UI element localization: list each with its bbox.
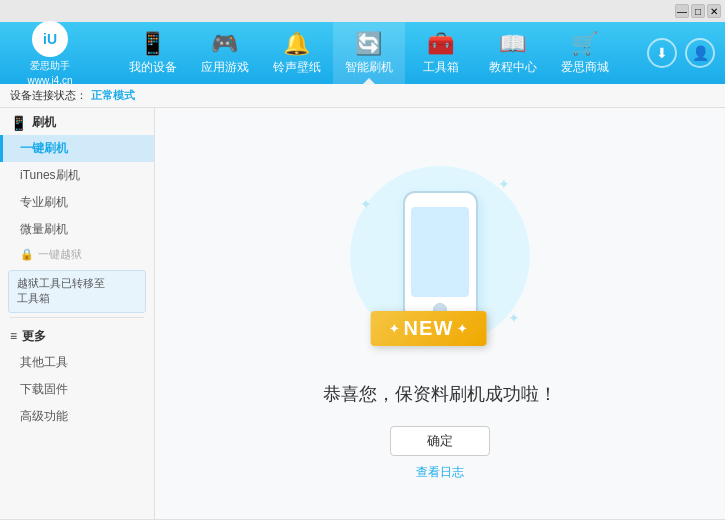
nav-my-device-label: 我的设备 [129,59,177,76]
nav-shop[interactable]: 🛒 爱思商城 [549,22,621,84]
nav-toolbox-label: 工具箱 [423,59,459,76]
nav-shop-icon: 🛒 [571,31,598,57]
sidebar-section-more-label: 更多 [22,328,46,345]
nav-ringtones-icon: 🔔 [283,31,310,57]
nav-my-device-icon: 📱 [139,31,166,57]
nav-tutorial-label: 教程中心 [489,59,537,76]
nav-bar: 📱 我的设备 🎮 应用游戏 🔔 铃声壁纸 🔄 智能刷机 🧰 工具箱 📖 教程中心… [90,22,647,84]
sidebar-divider [10,317,144,318]
nav-ringtones-label: 铃声壁纸 [273,59,321,76]
sparkle-1: ✦ [498,176,510,192]
success-text: 恭喜您，保资料刷机成功啦！ [323,382,557,406]
sidebar: 📱 刷机 一键刷机 iTunes刷机 专业刷机 微量刷机 🔒 一键越狱 越狱工具… [0,108,155,519]
jailbreak-label: 一键越狱 [38,247,82,262]
daily-log-link[interactable]: 查看日志 [416,464,464,481]
content-area: ✦ ✦ ✦ NEW 恭喜您，保资料刷机成功啦！ 确定 查看日志 [155,108,725,519]
nav-apps-icon: 🎮 [211,31,238,57]
close-btn[interactable]: ✕ [707,4,721,18]
sidebar-item-advanced[interactable]: 高级功能 [0,403,154,430]
nav-tutorial-icon: 📖 [499,31,526,57]
nav-apps-games[interactable]: 🎮 应用游戏 [189,22,261,84]
sparkle-2: ✦ [360,196,372,212]
more-section-icon: ≡ [10,329,17,343]
nav-smart-flash[interactable]: 🔄 智能刷机 [333,22,405,84]
sparkle-3: ✦ [508,310,520,326]
status-value: 正常模式 [91,88,135,103]
user-btn[interactable]: 👤 [685,38,715,68]
sidebar-section-more: ≡ 更多 [0,322,154,349]
nav-my-device[interactable]: 📱 我的设备 [117,22,189,84]
nav-toolbox-icon: 🧰 [427,31,454,57]
sidebar-item-pro-flash[interactable]: 专业刷机 [0,189,154,216]
lock-icon: 🔒 [20,248,34,261]
sidebar-section-flash-label: 刷机 [32,114,56,131]
sidebar-item-jailbreak: 🔒 一键越狱 [0,243,154,266]
minimize-btn[interactable]: — [675,4,689,18]
logo-url: www.i4.cn [27,75,72,86]
nav-apps-label: 应用游戏 [201,59,249,76]
sidebar-item-one-key-flash[interactable]: 一键刷机 [0,135,154,162]
new-badge: NEW [371,311,487,346]
nav-right-actions: ⬇ 👤 [647,38,715,68]
sidebar-item-download-firmware[interactable]: 下载固件 [0,376,154,403]
logo-title: 爱思助手 [30,59,70,73]
logo-icon: iU [32,21,68,57]
sidebar-item-itunes-flash[interactable]: iTunes刷机 [0,162,154,189]
nav-toolbox[interactable]: 🧰 工具箱 [405,22,477,84]
confirm-button[interactable]: 确定 [390,426,490,456]
status-label: 设备连接状态： [10,88,87,103]
nav-shop-label: 爱思商城 [561,59,609,76]
nav-smart-flash-label: 智能刷机 [345,59,393,76]
sidebar-notice: 越狱工具已转移至工具箱 [8,270,146,313]
sidebar-section-flash: 📱 刷机 [0,108,154,135]
nav-ringtones[interactable]: 🔔 铃声壁纸 [261,22,333,84]
device-bar: 自动激活 跳过向导 📱 iPhone 12 mini 64GB Down-12m… [0,519,725,523]
title-bar: — □ ✕ [0,0,725,22]
maximize-btn[interactable]: □ [691,4,705,18]
phone-illustration: ✦ ✦ ✦ NEW [340,146,540,366]
sidebar-item-micro-flash[interactable]: 微量刷机 [0,216,154,243]
sidebar-item-other-tools[interactable]: 其他工具 [0,349,154,376]
phone-screen [411,207,469,297]
logo[interactable]: iU 爱思助手 www.i4.cn [10,21,90,86]
nav-smart-flash-icon: 🔄 [355,31,382,57]
flash-section-icon: 📱 [10,115,27,131]
download-btn[interactable]: ⬇ [647,38,677,68]
nav-tutorial[interactable]: 📖 教程中心 [477,22,549,84]
main-wrapper: 📱 刷机 一键刷机 iTunes刷机 专业刷机 微量刷机 🔒 一键越狱 越狱工具… [0,108,725,519]
header: iU 爱思助手 www.i4.cn 📱 我的设备 🎮 应用游戏 🔔 铃声壁纸 🔄… [0,22,725,84]
device-status-bar: 设备连接状态： 正常模式 [0,84,725,108]
phone-device [403,191,478,321]
